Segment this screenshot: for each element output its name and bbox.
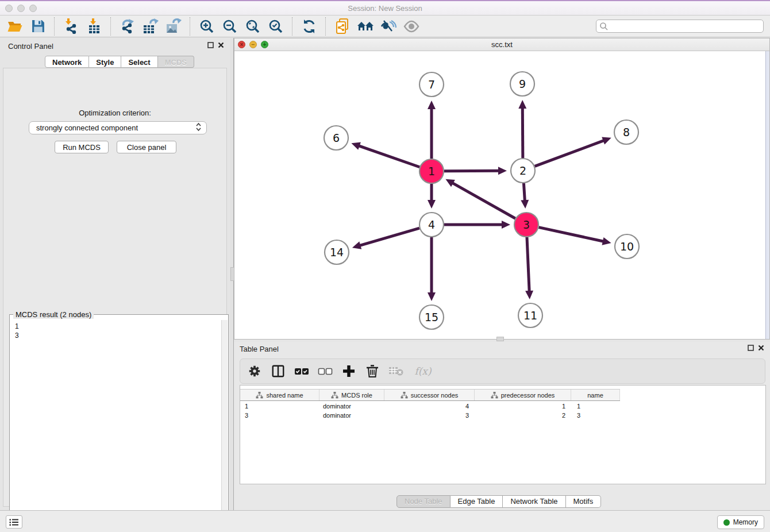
hide-graphics-details-icon[interactable] [377, 17, 400, 36]
delete-table-icon[interactable] [388, 364, 403, 379]
graph-edge-arrowhead [518, 100, 526, 109]
toolbar-separator [292, 17, 293, 36]
toolbar-separator [110, 17, 111, 36]
tab-select[interactable]: Select [121, 56, 157, 68]
graph-edge-3-11[interactable] [527, 237, 529, 293]
column-header-predecessor-nodes[interactable]: predecessor nodes [475, 390, 571, 400]
search-icon [599, 22, 609, 31]
column-header-shared-name[interactable]: shared name [240, 390, 319, 400]
graph-edge-arrowhead [525, 291, 533, 299]
graph-edge-2-9[interactable] [522, 106, 523, 158]
close-panel-icon[interactable] [218, 42, 224, 48]
mcds-result-group: MCDS result (2 nodes) 1 3 [9, 314, 229, 532]
graph-edge-1-2[interactable] [444, 171, 500, 171]
graph-node-label: 10 [620, 240, 634, 253]
network-graph[interactable]: 7968124314101511 [234, 51, 769, 339]
column-header-name[interactable]: name [571, 390, 620, 400]
table-row[interactable]: 3 dominator 3 2 3 [240, 411, 765, 420]
tab-style[interactable]: Style [89, 56, 121, 68]
graph-edge-3-1[interactable] [451, 182, 515, 218]
horizontal-splitter-grip[interactable] [496, 337, 504, 341]
column-header-successor-nodes[interactable]: successor nodes [384, 390, 475, 400]
table-panel-title: Table Panel [240, 345, 279, 353]
list-icon [9, 518, 19, 526]
memory-label: Memory [733, 518, 758, 526]
tab-network[interactable]: Network [45, 56, 89, 68]
add-row-icon[interactable] [341, 364, 356, 379]
zoom-fit-icon[interactable] [241, 17, 264, 36]
graph-edge-2-8[interactable] [535, 140, 606, 167]
graph-edge-1-6[interactable] [357, 145, 419, 167]
tab-edge-table[interactable]: Edge Table [451, 495, 503, 508]
zoom-selected-icon[interactable] [264, 17, 287, 36]
close-table-panel-icon[interactable] [758, 345, 764, 351]
toolbar-separator [190, 17, 191, 36]
refresh-layout-icon[interactable] [298, 17, 321, 36]
close-panel-button[interactable]: Close panel [117, 141, 176, 153]
select-stepper-icon [195, 122, 202, 133]
show-column-icon[interactable] [271, 364, 286, 379]
export-image-icon[interactable] [162, 17, 185, 36]
float-panel-icon[interactable] [207, 42, 214, 48]
graph-edge-arrowhead [521, 200, 529, 209]
table-panel: Table Panel [234, 342, 770, 510]
graph-edge-2-3[interactable] [523, 183, 525, 202]
open-folder-icon[interactable] [3, 17, 26, 36]
attribute-icon [491, 392, 498, 399]
tab-network-table[interactable]: Network Table [503, 495, 565, 508]
graph-edge-arrowhead [428, 101, 436, 109]
delete-row-icon[interactable] [365, 364, 380, 379]
table-options-gear-icon[interactable] [247, 364, 262, 379]
main-toolbar [0, 16, 770, 37]
function-builder-icon[interactable]: f(x) [412, 364, 434, 379]
graph-edge-4-14[interactable] [358, 228, 419, 246]
float-table-panel-icon[interactable] [748, 345, 754, 351]
attribute-icon [331, 392, 338, 399]
column-header-mcds-role[interactable]: MCDS role [319, 390, 384, 400]
clone-network-icon[interactable] [331, 17, 354, 36]
zoom-out-icon[interactable] [218, 17, 241, 36]
table-row[interactable]: 1 dominator 4 1 1 [240, 402, 765, 411]
network-view-window: × − + scc.txt 7968124314101511 [234, 38, 770, 340]
graph-edge-3-10[interactable] [538, 228, 605, 242]
tab-node-table[interactable]: Node Table [396, 495, 451, 508]
home-networks-icon[interactable] [354, 17, 377, 36]
search-box[interactable] [596, 20, 764, 33]
graph-node-label: 2 [519, 164, 526, 177]
session-title: Session: New Session [0, 4, 770, 13]
optimization-criterion-label: Optimization criterion: [3, 109, 226, 117]
network-scrollbar[interactable] [765, 51, 769, 339]
graph-node-label: 3 [523, 218, 530, 231]
graph-edge-arrowhead [428, 292, 436, 301]
export-table-icon[interactable] [139, 17, 162, 36]
tab-mcds[interactable]: MCDS [158, 56, 194, 68]
title-bar: Session: New Session [0, 0, 770, 16]
import-table-icon[interactable] [83, 17, 106, 36]
memory-button[interactable]: Memory [717, 515, 764, 529]
network-window-titlebar[interactable]: × − + scc.txt [234, 38, 769, 51]
control-panel-title: Control Panel [8, 42, 53, 51]
save-icon[interactable] [26, 17, 49, 36]
mcds-result-text[interactable]: 1 3 [10, 320, 222, 532]
select-all-checkboxes-icon[interactable] [294, 364, 309, 379]
network-canvas[interactable]: 7968124314101511 [234, 51, 769, 339]
unselect-all-checkboxes-icon[interactable] [318, 364, 333, 379]
task-history-button[interactable] [6, 515, 22, 529]
criterion-select[interactable]: strongly connected component [29, 121, 207, 134]
attribute-icon [401, 392, 408, 399]
attribute-icon [256, 392, 263, 399]
tab-motifs[interactable]: Motifs [566, 495, 602, 508]
search-input[interactable] [609, 21, 763, 32]
import-network-icon[interactable] [60, 17, 83, 36]
vertical-splitter[interactable] [230, 38, 234, 510]
export-network-icon[interactable] [116, 17, 139, 36]
result-scrollbar[interactable] [221, 320, 228, 532]
graph-edge-arrowhead [602, 237, 611, 245]
zoom-in-icon[interactable] [195, 17, 218, 36]
toolbar-separator [325, 17, 326, 36]
graph-edge-arrowhead [498, 167, 507, 175]
show-eye-icon[interactable] [400, 17, 423, 36]
status-bar: Memory [0, 510, 770, 532]
graph-node-label: 4 [428, 218, 435, 231]
run-mcds-button[interactable]: Run MCDS [55, 141, 109, 153]
